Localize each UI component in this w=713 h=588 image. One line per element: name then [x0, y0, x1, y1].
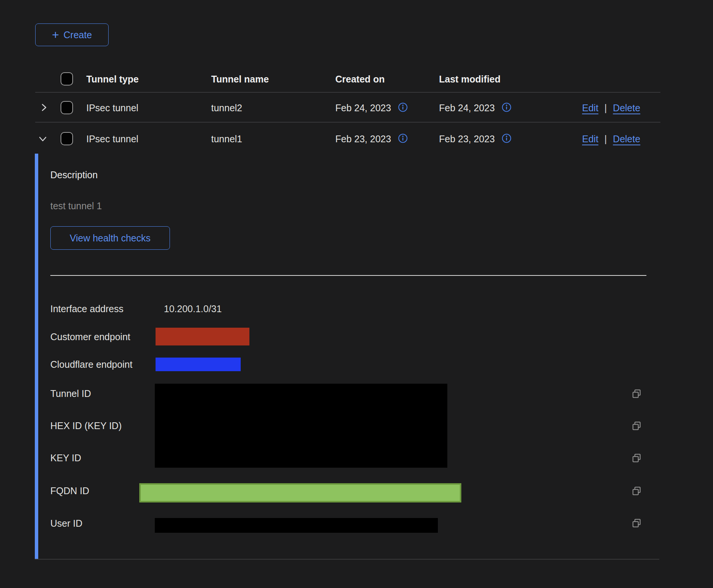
- create-button[interactable]: + Create: [35, 23, 109, 46]
- key-id-label: KEY ID: [50, 450, 81, 465]
- row-divider: [35, 122, 660, 123]
- customer-endpoint-redaction: [156, 328, 249, 345]
- fqdn-id-label: FQDN ID: [50, 483, 89, 498]
- created-on-date: Feb 23, 2023: [335, 131, 391, 146]
- interface-address-label: Interface address: [50, 301, 123, 316]
- tunnel-id-label: Tunnel ID: [50, 386, 91, 401]
- description-value: test tunnel 1: [50, 198, 102, 213]
- user-id-redaction: [155, 518, 438, 533]
- actions-separator: |: [604, 103, 607, 114]
- tunnels-page: + Create Tunnel type Tunnel name Created…: [0, 0, 713, 588]
- tunnel-type-cell: IPsec tunnel: [86, 100, 139, 115]
- last-modified-date: Feb 23, 2023: [439, 131, 495, 146]
- tunnel-name-cell: tunnel2: [211, 100, 242, 115]
- info-icon[interactable]: [398, 133, 408, 145]
- plus-icon: +: [52, 29, 59, 40]
- tunnel-name-cell: tunnel1: [211, 131, 242, 146]
- column-header-last-modified: Last modified: [439, 72, 501, 87]
- info-icon[interactable]: [501, 133, 512, 145]
- delete-link[interactable]: Delete: [613, 134, 640, 145]
- row-actions: Edit | Delete: [582, 100, 640, 115]
- last-modified-date: Feb 24, 2023: [439, 100, 495, 115]
- cloudflare-endpoint-redaction: [156, 358, 241, 371]
- row-actions: Edit | Delete: [582, 131, 640, 146]
- ids-redaction-block: [155, 384, 447, 468]
- edit-link[interactable]: Edit: [582, 134, 598, 145]
- customer-endpoint-label: Customer endpoint: [50, 329, 130, 344]
- column-header-tunnel-name: Tunnel name: [211, 72, 269, 87]
- copy-icon[interactable]: [632, 453, 642, 463]
- column-header-created-on: Created on: [335, 72, 385, 87]
- edit-link[interactable]: Edit: [582, 103, 598, 114]
- info-icon[interactable]: [398, 102, 408, 114]
- expanded-row-accent-bar: [35, 154, 38, 559]
- copy-icon[interactable]: [632, 518, 642, 528]
- hex-id-label: HEX ID (KEY ID): [50, 418, 121, 433]
- collapse-row-chevron-down-icon[interactable]: [37, 133, 48, 146]
- column-header-tunnel-type: Tunnel type: [86, 72, 139, 87]
- last-modified-cell: Feb 23, 2023: [439, 131, 512, 146]
- create-button-label: Create: [64, 30, 92, 40]
- created-on-cell: Feb 24, 2023: [335, 100, 408, 115]
- tunnel-type-cell: IPsec tunnel: [86, 131, 139, 146]
- header-divider: [35, 92, 660, 93]
- user-id-label: User ID: [50, 516, 83, 531]
- view-health-checks-label: View health checks: [70, 233, 151, 244]
- view-health-checks-button[interactable]: View health checks: [50, 226, 170, 250]
- expanded-row-bottom-divider: [35, 559, 659, 560]
- expand-row-chevron-right-icon[interactable]: [38, 102, 50, 115]
- created-on-date: Feb 24, 2023: [335, 100, 391, 115]
- copy-icon[interactable]: [632, 486, 642, 496]
- interface-address-value: 10.200.1.0/31: [164, 301, 222, 316]
- copy-icon[interactable]: [632, 389, 642, 399]
- cloudflare-endpoint-label: Cloudflare endpoint: [50, 357, 132, 372]
- created-on-cell: Feb 23, 2023: [335, 131, 408, 146]
- row-checkbox[interactable]: [61, 101, 73, 114]
- info-icon[interactable]: [501, 102, 512, 114]
- last-modified-cell: Feb 24, 2023: [439, 100, 512, 115]
- details-divider: [50, 275, 646, 276]
- select-all-checkbox[interactable]: [61, 72, 73, 86]
- copy-icon[interactable]: [632, 421, 642, 431]
- delete-link[interactable]: Delete: [613, 103, 640, 114]
- row-checkbox[interactable]: [61, 132, 73, 145]
- description-label: Description: [50, 167, 98, 182]
- fqdn-id-redaction: [139, 483, 461, 502]
- actions-separator: |: [604, 134, 607, 145]
